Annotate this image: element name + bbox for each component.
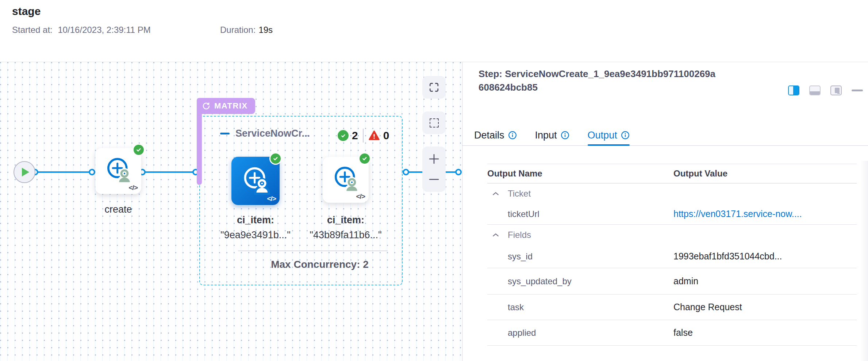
edge-endpoint xyxy=(89,169,95,175)
matrix-step-node-1[interactable]: </> xyxy=(231,157,280,205)
tab-output[interactable]: Output xyxy=(588,125,630,145)
edge-start-create xyxy=(35,171,92,173)
param-value: "43b89fa11b6..." xyxy=(302,228,389,243)
pipeline-canvas[interactable]: </> create MATRIX ServiceNowCr... 2 0 xyxy=(0,62,462,361)
success-count-icon xyxy=(338,130,349,141)
page-title: stage xyxy=(12,5,41,18)
tab-details[interactable]: Details xyxy=(474,125,517,145)
chevron-up-icon[interactable] xyxy=(492,233,499,237)
info-icon[interactable] xyxy=(508,131,517,140)
marquee-select-icon xyxy=(430,118,439,128)
count-separator xyxy=(363,129,364,142)
info-icon[interactable] xyxy=(561,131,569,140)
group-label: Fields xyxy=(508,230,531,240)
layout-float-button[interactable] xyxy=(830,86,842,95)
started-at-label: Started at: xyxy=(12,25,53,35)
duration-label: Duration: xyxy=(220,25,256,35)
marquee-select-button[interactable] xyxy=(422,111,446,134)
matrix-tag-label: MATRIX xyxy=(214,101,248,111)
started-at-value: 10/16/2023, 2:39:11 PM xyxy=(58,25,150,35)
table-row: sys_updated_by admin xyxy=(487,268,857,294)
failed-count: 0 xyxy=(383,129,389,142)
edge-endpoint xyxy=(455,169,462,175)
table-row: ticketUrl https://ven03171.service-now..… xyxy=(487,204,857,225)
play-icon xyxy=(22,168,29,176)
ticket-url-link[interactable]: https://ven03171.service-now.... xyxy=(673,209,802,219)
minus-icon xyxy=(428,174,440,185)
col-output-name: Output Name xyxy=(487,168,542,179)
warning-icon xyxy=(368,130,380,141)
col-output-value: Output Value xyxy=(673,168,727,179)
plus-icon xyxy=(428,153,440,165)
panel-actions xyxy=(788,86,863,95)
matrix-collapse-button[interactable] xyxy=(220,133,230,134)
output-name: task xyxy=(508,302,524,312)
panel-scrollbar[interactable] xyxy=(860,161,868,361)
matrix-max-concurrency: Max Concurrency: 2 xyxy=(236,259,404,270)
started-at: Started at: 10/16/2023, 2:39:11 PM xyxy=(12,25,151,35)
matrix-divider xyxy=(238,251,388,251)
table-row: sys_id 1993ebaf1bfd351044cbd... xyxy=(487,245,857,268)
param-value: "9ea9e3491b..." xyxy=(212,228,299,243)
code-icon: </> xyxy=(356,193,365,201)
servicenow-create-icon xyxy=(103,154,134,186)
edge-endpoint xyxy=(403,169,409,175)
param-key: ci_item: xyxy=(212,213,299,228)
matrix-tag[interactable]: MATRIX xyxy=(197,98,255,114)
output-table: Output Name Output Value Ticket ticketUr… xyxy=(487,164,857,346)
stage-header: stage Started at: 10/16/2023, 2:39:11 PM… xyxy=(0,0,868,62)
fullscreen-icon xyxy=(429,82,439,92)
code-icon: </> xyxy=(267,195,276,203)
info-icon[interactable] xyxy=(621,131,630,140)
servicenow-create-icon xyxy=(239,163,272,196)
output-name: applied xyxy=(508,328,536,338)
success-count: 2 xyxy=(352,129,358,142)
chevron-up-icon[interactable] xyxy=(492,191,499,196)
matrix-step-1-params: ci_item: "9ea9e3491b..." xyxy=(212,213,299,243)
step-title: Step: ServiceNowCreate_1_9ea9e3491bb9711… xyxy=(479,67,716,94)
output-value: admin xyxy=(673,276,698,286)
edge-create-matrix xyxy=(142,171,196,173)
table-row: task Change Request xyxy=(487,294,857,320)
step-label-create: create xyxy=(89,204,147,215)
tab-input[interactable]: Input xyxy=(535,125,569,145)
output-value: Change Request xyxy=(673,302,742,312)
zoom-in-button[interactable] xyxy=(422,151,446,167)
minimize-panel-button[interactable] xyxy=(852,90,863,91)
loop-icon xyxy=(202,102,211,110)
step-details-panel: Step: ServiceNowCreate_1_9ea9e3491bb9711… xyxy=(462,62,868,361)
output-name: sys_updated_by xyxy=(508,276,572,286)
table-row: applied false xyxy=(487,320,857,346)
group-label: Ticket xyxy=(508,189,531,199)
group-row-ticket: Ticket xyxy=(487,183,857,204)
group-row-fields: Fields xyxy=(487,225,857,245)
duration: Duration:19s xyxy=(220,25,273,35)
matrix-step-node-2[interactable]: </> xyxy=(323,157,369,203)
output-name: ticketUrl xyxy=(508,209,539,219)
table-header: Output Name Output Value xyxy=(487,164,857,183)
success-status-icon xyxy=(269,152,282,165)
step-node-create[interactable]: </> xyxy=(95,148,141,194)
layout-split-bottom-button[interactable] xyxy=(809,86,821,95)
code-icon: </> xyxy=(129,184,138,192)
servicenow-create-icon xyxy=(330,163,361,194)
layout-split-right-button[interactable] xyxy=(788,86,799,95)
panel-tabs: Details Input Output xyxy=(462,125,868,146)
output-value: false xyxy=(673,327,693,338)
start-node[interactable] xyxy=(14,161,35,183)
param-key: ci_item: xyxy=(302,213,389,228)
success-status-icon xyxy=(132,144,145,156)
output-value: 1993ebaf1bfd351044cbd... xyxy=(673,251,782,262)
fullscreen-button[interactable] xyxy=(422,76,446,99)
output-name: sys_id xyxy=(508,251,533,262)
duration-value: 19s xyxy=(258,25,273,35)
matrix-step-2-params: ci_item: "43b89fa11b6..." xyxy=(302,213,389,243)
zoom-controls xyxy=(422,147,446,192)
zoom-out-button[interactable] xyxy=(422,171,446,187)
success-status-icon xyxy=(358,152,371,165)
matrix-status-counts: 2 0 xyxy=(338,129,389,142)
matrix-group-title: ServiceNowCr... xyxy=(235,128,310,139)
